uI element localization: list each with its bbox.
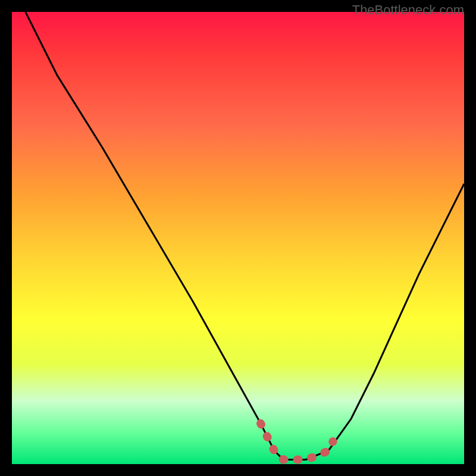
watermark-text: TheBottleneck.com xyxy=(352,2,464,18)
chart-frame xyxy=(12,12,464,464)
gradient-background xyxy=(12,12,464,464)
chart-svg xyxy=(12,12,464,464)
